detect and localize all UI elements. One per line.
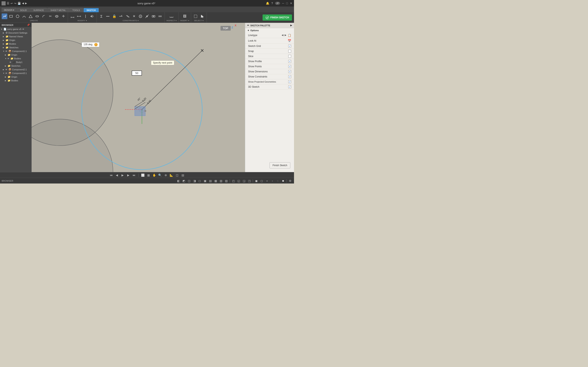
tree-comp3-bodies[interactable]: ▶ 📁 Bodies [0,79,31,82]
select-mode[interactable] [199,13,205,19]
help-icon[interactable]: ? [271,2,273,5]
symmetric-constraint[interactable] [151,13,156,19]
coincident-constraint[interactable]: ✕ [131,13,137,19]
eye-root[interactable]: 👁 [22,28,24,30]
eye-comp3[interactable]: 👁 [5,72,7,75]
save-btn[interactable]: 💾 [17,2,21,5]
horizontal-constraint[interactable] [105,13,111,19]
canvas-area[interactable]: 5.00 5.00 45° TOP Z X 135 deg ! Specify … [32,23,245,172]
status-btn-11[interactable]: ◰ [231,179,236,183]
status-btn-3[interactable]: ◫ [187,179,191,183]
tree-namedviews[interactable]: ▶ 📁 Named Views [0,35,31,38]
tree-comp3[interactable]: ▼ 👁 📦 Component3:1 [0,71,31,75]
display-mode[interactable]: ◫ [175,173,180,177]
view-controls1[interactable]: 📐 [169,173,174,177]
slot-tool[interactable] [34,13,40,19]
account-btn[interactable]: JP [275,2,280,5]
tab-sketch[interactable]: SKETCH [84,8,99,12]
status-btn-1[interactable]: ◧ [176,179,181,183]
tree-body1[interactable]: 👁 ⬛ Body1 [0,60,31,64]
horizontal-dim[interactable] [76,13,82,19]
lookat-icon[interactable]: 📅 [288,39,291,42]
linetype-next-icon[interactable]: ▶ [285,34,286,37]
status-btn-19[interactable]: ◾ [276,179,280,183]
status-btn-16[interactable]: ◻ [259,179,264,183]
tree-comp3-origin[interactable]: ▶ 📁 Origin [0,75,31,79]
sketchgrid-checkbox[interactable] [288,45,291,48]
tree-comp1-bodies[interactable]: ▼ 👁 📁 Bodies [0,57,31,60]
status-btn-6[interactable]: ▣ [203,179,207,183]
sketch-dimension[interactable] [70,13,75,19]
eye-comp1[interactable]: 👁 [5,50,7,52]
tree-sketches[interactable]: ▶ 📁 Sketches [0,46,31,49]
view-cube[interactable]: ⬜ [141,173,145,177]
palette-expand-icon[interactable]: ▶ [290,24,292,27]
status-btn-4[interactable]: ◨ [192,179,197,183]
nav-fwd[interactable]: ▶ [25,2,27,5]
offset-tool[interactable] [54,13,60,19]
status-btn-12[interactable]: ◱ [236,179,241,183]
circle-tool[interactable] [15,13,20,19]
distance-input[interactable]: 50 [132,71,142,76]
snap-checkbox[interactable] [288,50,291,53]
measure-btn[interactable] [169,13,174,19]
browser-pin[interactable]: 📌 [27,24,30,26]
rect-tool[interactable] [8,13,14,19]
options-section-header[interactable]: ▼ Options [245,28,294,33]
tree-comp1-origin[interactable]: ▶ 📁 Origin [0,53,31,57]
finish-sketch-btn[interactable]: FINISH SKETCH [263,15,292,21]
linetype-prev-icon[interactable]: ◀ [282,34,283,37]
settings-btn[interactable]: ⚙ [288,179,292,183]
close-btn[interactable]: ✕ [290,2,292,5]
design-dropdown[interactable]: DESIGN ▾ [2,8,17,12]
showprojected-checkbox[interactable] [288,80,291,83]
showdimensions-checkbox[interactable] [288,70,291,73]
status-btn-17[interactable]: ▪ [265,179,269,183]
trim-tool[interactable]: ✂ [47,13,53,19]
status-btn-18[interactable]: ▫ [270,179,275,183]
maximize-btn[interactable]: □ [286,2,288,5]
move-tool[interactable]: ✛ [61,13,66,19]
zoom-region[interactable]: ⊕ [164,173,168,177]
select-btn[interactable] [193,13,199,19]
tree-origin[interactable]: ▶ 📁 Origin [0,38,31,42]
visual-style[interactable]: ▤ [181,173,185,177]
concentric-constraint[interactable] [138,13,143,19]
status-btn-20[interactable]: ◽ [281,179,285,183]
eye-comp1-bodies[interactable]: 👁 [7,58,9,60]
status-btn-9[interactable]: ▧ [219,179,223,183]
pan-tool[interactable]: ✋ [152,173,156,177]
app-grid-icon[interactable] [2,1,6,5]
status-btn-13[interactable]: ◲ [242,179,246,183]
3dsketch-checkbox[interactable] [288,85,291,88]
tab-solid[interactable]: SOLID [17,8,30,12]
play-end[interactable]: ⏭ [132,173,136,177]
status-btn-2[interactable]: ◩ [182,179,186,183]
linetype-icon[interactable]: 📋 [288,34,291,37]
tab-surface[interactable]: SURFACE [30,8,47,12]
showconstraints-checkbox[interactable] [288,75,291,78]
status-btn-15[interactable]: ◼ [254,179,259,183]
play-next[interactable]: ▶ [126,173,131,177]
tab-sheetmetal[interactable]: SHEET METAL [47,8,69,12]
grid-view[interactable]: ▦ [146,173,151,177]
perpendicular-constraint[interactable]: 🔒 [112,13,117,19]
menu-icon[interactable]: ☰ [7,2,9,5]
status-btn-7[interactable]: ▤ [208,179,213,183]
tree-comp1-sketches[interactable]: ▶ 📁 Sketches [0,64,31,68]
slice-checkbox[interactable] [288,55,291,58]
equal-constraint[interactable] [157,13,163,19]
redo-btn[interactable]: ↪ [14,2,16,5]
tree-comp1[interactable]: ▼ 👁 📦 Component1:1 [0,49,31,53]
play-start[interactable]: ⏮ [109,173,113,177]
midpoint-constraint[interactable] [144,13,150,19]
eye-comp2[interactable]: 👁 [5,68,7,71]
vertical-dim[interactable] [83,13,88,19]
status-btn-5[interactable]: ◻ [198,179,202,183]
fix-constraint[interactable] [98,13,104,19]
showprofile-checkbox[interactable] [288,60,291,63]
line-tool[interactable] [2,13,7,19]
bell-icon[interactable]: 🔔 [266,2,269,5]
nav-back[interactable]: ◀ [22,2,24,5]
tree-comp2[interactable]: ▶ 👁 📦 Component2:1 [0,68,31,71]
